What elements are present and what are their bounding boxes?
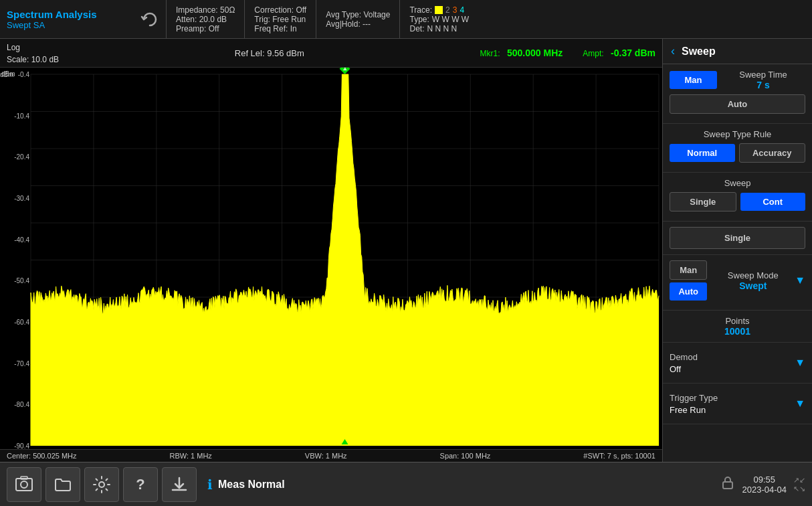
- trigger-type-section: Trigger Type Free Run ▼: [663, 384, 812, 424]
- datetime: 09:55 2023-04-04: [742, 475, 787, 495]
- points-section: Points 10001: [663, 311, 812, 343]
- chart-area: Log Scale: 10.0 dB Ref Lel: 9.56 dBm Mkr…: [0, 39, 662, 462]
- marker-bar: Log Scale: 10.0 dB Ref Lel: 9.56 dBm Mkr…: [0, 39, 662, 68]
- app-title-main: Spectrum Analysis: [7, 9, 127, 20]
- corner-icons: ↗↙ ↖↘: [793, 476, 805, 493]
- sweep-mode-section: Man Auto Sweep Mode Swept ▼: [663, 255, 812, 311]
- demod-section: Demod Off ▼: [663, 343, 812, 384]
- sweep-label: Sweep: [670, 178, 805, 188]
- swept-value: Swept: [715, 280, 791, 291]
- man2-button[interactable]: Man: [670, 260, 707, 280]
- normal-button[interactable]: Normal: [670, 144, 735, 162]
- sweep-time-section: Man Sweep Time 7 s Auto: [663, 64, 812, 124]
- download-btn[interactable]: [162, 467, 197, 502]
- chart-canvas: dBm: [0, 68, 662, 449]
- cont-button[interactable]: Cont: [740, 193, 806, 211]
- main-content: Log Scale: 10.0 dB Ref Lel: 9.56 dBm Mkr…: [0, 39, 812, 462]
- app-title: Spectrum Analysis Swept SA: [0, 0, 134, 38]
- folder-btn[interactable]: [45, 467, 80, 502]
- header-correction: Correction: Off Trig: Free Run Freq Ref:…: [244, 0, 316, 38]
- sweep-type-rule-label: Sweep Type Rule: [670, 129, 805, 139]
- svg-point-1: [21, 481, 27, 488]
- screenshot-btn[interactable]: [7, 467, 41, 502]
- header-avg: Avg Type: Voltage Avg|Hold: ---: [316, 0, 399, 38]
- ref-level: Ref Lel: 9.56 dBm: [235, 47, 304, 59]
- vbw: VBW: 1 MHz: [305, 452, 347, 460]
- demod-row[interactable]: Demod Off ▼: [670, 348, 805, 377]
- info-icon: ℹ: [207, 477, 213, 493]
- single-section: Single: [663, 222, 812, 255]
- sweep-mode-chevron[interactable]: ▼: [795, 274, 805, 286]
- header-trace: Trace: 2 3 4 Type: W W W W Det: N N N N: [399, 0, 812, 38]
- auto-button[interactable]: Auto: [670, 94, 805, 114]
- refresh-icon[interactable]: [134, 0, 166, 38]
- trigger-type-chevron[interactable]: ▼: [795, 398, 805, 410]
- sweep-type-rule-section: Sweep Type Rule Normal Accuracy: [663, 124, 812, 173]
- center-freq: Center: 500.025 MHz: [7, 452, 77, 460]
- points-label: Points: [670, 316, 805, 326]
- lock-icon: [720, 475, 736, 494]
- marker-freq-group: Mkr1: 500.000 MHz: [480, 47, 563, 59]
- scale-info: Log Scale: 10.0 dB: [7, 41, 59, 65]
- panel-title: Sweep: [682, 46, 716, 58]
- span: Span: 100 MHz: [440, 452, 491, 460]
- demod-chevron[interactable]: ▼: [795, 357, 805, 369]
- time: 09:55: [753, 475, 775, 485]
- single-button[interactable]: Single: [670, 192, 736, 212]
- marker-ampt-group: Ampt: -0.37 dBm: [583, 47, 655, 59]
- back-button[interactable]: ‹: [671, 44, 675, 58]
- man-button[interactable]: Man: [670, 71, 717, 89]
- settings-btn[interactable]: [84, 467, 119, 502]
- trigger-type-label: Trigger Type: [670, 393, 718, 403]
- auto2-button[interactable]: Auto: [670, 282, 707, 301]
- demod-value: Off: [670, 364, 681, 374]
- marker-readout: Mkr1: 500.000 MHz Ampt: -0.37 dBm: [480, 47, 655, 59]
- accuracy-button[interactable]: Accuracy: [739, 143, 806, 163]
- sweep-mode-label: Sweep Mode: [715, 270, 791, 280]
- right-panel: ‹ Sweep Man Sweep Time 7 s Auto Sweep Ty…: [662, 39, 812, 462]
- sweep-time-label: Sweep Time: [721, 70, 805, 80]
- spectrum-canvas: [0, 68, 662, 449]
- swt: #SWT: 7 s, pts: 10001: [583, 452, 655, 460]
- svg-point-3: [99, 482, 104, 487]
- trigger-type-value: Free Run: [670, 405, 706, 415]
- svg-rect-0: [16, 479, 32, 491]
- demod-label: Demod: [670, 352, 698, 362]
- trigger-row[interactable]: Trigger Type Free Run ▼: [670, 389, 805, 418]
- taskbar-status: ℹ Meas Normal: [207, 477, 716, 493]
- date: 2023-04-04: [742, 485, 787, 495]
- points-value: 10001: [670, 326, 805, 337]
- app-title-sub: Swept SA: [7, 20, 127, 30]
- taskbar: ? ℹ Meas Normal 09:55 2023-04-04 ↗↙ ↖↘: [0, 462, 812, 506]
- rbw: RBW: 1 MHz: [170, 452, 212, 460]
- svg-rect-4: [723, 482, 732, 489]
- chart-bottom: Center: 500.025 MHz RBW: 1 MHz VBW: 1 MH…: [0, 449, 662, 462]
- single-standalone-button[interactable]: Single: [670, 227, 805, 249]
- sweep-section: Sweep Single Cont: [663, 173, 812, 222]
- header-params: Impedance: 50Ω Atten: 20.0 dB Preamp: Of…: [166, 0, 244, 38]
- rp-header: ‹ Sweep: [663, 39, 812, 64]
- status-text: Meas Normal: [218, 479, 285, 491]
- sweep-time-value: 7 s: [721, 80, 805, 90]
- taskbar-right: 09:55 2023-04-04 ↗↙ ↖↘: [720, 475, 806, 495]
- help-btn[interactable]: ?: [123, 467, 158, 502]
- header-bar: Spectrum Analysis Swept SA Impedance: 50…: [0, 0, 812, 39]
- dbm-label: dBm: [0, 70, 15, 78]
